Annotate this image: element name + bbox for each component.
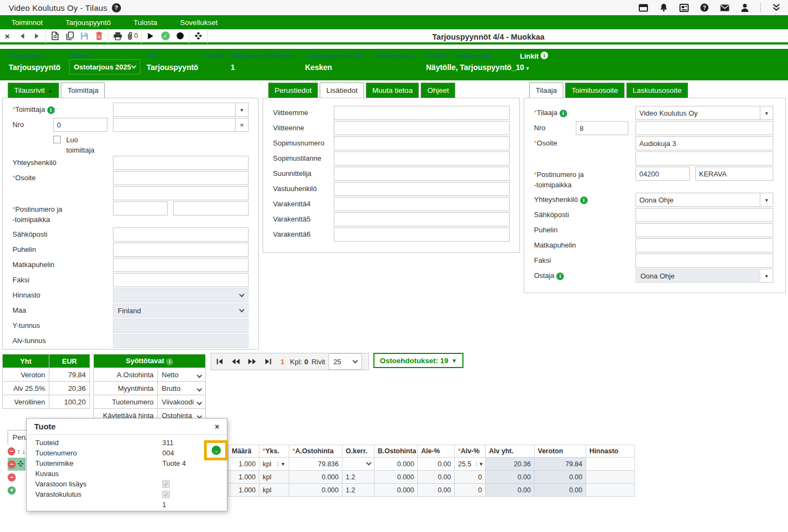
tab-tilausrivit[interactable]: Tilausrivit▲ bbox=[8, 83, 59, 98]
window-icon[interactable] bbox=[639, 4, 648, 12]
news-icon[interactable] bbox=[679, 4, 689, 12]
info-icon[interactable]: i bbox=[556, 273, 564, 280]
menu-sovellukset[interactable]: Sovellukset bbox=[169, 15, 229, 29]
info-icon[interactable]: i bbox=[541, 52, 548, 59]
customer-city-input[interactable] bbox=[695, 167, 773, 181]
supplier-zip-input[interactable] bbox=[113, 201, 168, 216]
tab-tilaaja[interactable]: Tilaaja bbox=[529, 83, 563, 98]
customer-phone-input[interactable] bbox=[636, 223, 773, 237]
col-header-hinnasto[interactable]: Hinnasto bbox=[586, 445, 635, 458]
delete-icon[interactable] bbox=[92, 28, 106, 43]
cell-a-ostohinta[interactable]: 0.000 bbox=[289, 471, 342, 484]
customer-zip-input[interactable] bbox=[636, 167, 690, 181]
info-icon[interactable]: i bbox=[580, 197, 588, 204]
col-header-alv-yht[interactable]: Alv yht. bbox=[486, 445, 535, 458]
fast-prev-icon[interactable] bbox=[227, 358, 244, 365]
supplier-address2-input[interactable] bbox=[113, 186, 249, 200]
suunnittelija-input[interactable] bbox=[334, 167, 510, 181]
supplier-name-input[interactable] bbox=[113, 118, 236, 132]
record-icon[interactable] bbox=[173, 28, 187, 43]
info-icon[interactable]: i bbox=[47, 106, 55, 114]
add-row-icon[interactable]: + bbox=[8, 486, 16, 495]
collapse-all-icon[interactable] bbox=[772, 4, 780, 11]
ok-icon[interactable]: ✓ bbox=[158, 28, 173, 43]
customer-mobile-input[interactable] bbox=[636, 238, 773, 252]
col-header-veroton[interactable]: Veroton bbox=[535, 445, 586, 458]
print-icon[interactable] bbox=[110, 28, 125, 43]
sopimusnumero-input[interactable] bbox=[334, 136, 510, 150]
first-page-icon[interactable] bbox=[211, 358, 227, 365]
supplier-contact-input[interactable] bbox=[113, 156, 249, 170]
close-icon[interactable]: × bbox=[0, 28, 15, 43]
info-icon[interactable]: i bbox=[166, 358, 173, 365]
table-row[interactable]: 1.000 kpl 0.000 1.2 0.000 0.00 0 0.00 0.… bbox=[228, 484, 635, 497]
cell-ale[interactable]: 0.00 bbox=[418, 458, 455, 471]
mode-select[interactable]: Viivakoodi bbox=[158, 395, 206, 409]
toimittaja-dropdown-button[interactable]: ▾ bbox=[236, 103, 249, 117]
col-header-ale[interactable]: Ale-% bbox=[418, 445, 455, 458]
caret-down-icon[interactable]: ▼ bbox=[278, 461, 285, 467]
attach-icon[interactable]: 0 bbox=[125, 28, 139, 43]
luo-toimittaja-checkbox[interactable] bbox=[53, 136, 61, 143]
tab-muuta-tietoa[interactable]: Muuta tietoa bbox=[366, 83, 419, 98]
customer-email-input[interactable] bbox=[636, 208, 773, 222]
cell-hinnasto[interactable] bbox=[586, 458, 635, 471]
customer-nro-input[interactable] bbox=[576, 121, 628, 135]
cell-yks[interactable]: kpl bbox=[259, 471, 289, 484]
go-icon[interactable]: → bbox=[212, 446, 221, 455]
cell-o-kerr[interactable] bbox=[342, 458, 374, 471]
sopimustilanne-input[interactable] bbox=[334, 151, 510, 166]
col-header-b-ostohinta[interactable]: B.Ostohinta bbox=[374, 445, 418, 458]
last-page-icon[interactable] bbox=[260, 358, 276, 365]
remove-row-icon[interactable]: − bbox=[8, 447, 15, 455]
cell-o-kerr[interactable]: 1.2 bbox=[342, 471, 374, 484]
supplier-email-input[interactable] bbox=[113, 227, 249, 242]
customer-fax-input[interactable] bbox=[636, 254, 773, 268]
tab-laskutusosoite[interactable]: Laskutusosoite bbox=[626, 83, 688, 98]
cell-o-kerr[interactable]: 1.2 bbox=[342, 484, 374, 497]
cell-a-ostohinta[interactable]: 79.836 bbox=[289, 458, 342, 471]
varakentta4-input[interactable] bbox=[334, 197, 510, 211]
cell-b-ostohinta[interactable]: 0.000 bbox=[374, 484, 418, 497]
hinnasto-select[interactable] bbox=[113, 288, 249, 302]
col-header-o-kerr[interactable]: O.kerr. bbox=[342, 445, 374, 458]
cell-alv[interactable]: 0 bbox=[455, 471, 486, 484]
clear-icon[interactable]: × bbox=[236, 118, 249, 132]
linkit-count[interactable]: 0 ▾ bbox=[520, 63, 529, 72]
mode-select[interactable]: Brutto bbox=[158, 382, 206, 395]
diamond-cluster-icon[interactable] bbox=[191, 28, 206, 43]
supplier-address-input[interactable] bbox=[113, 171, 249, 185]
tab-lisatiedot[interactable]: Lisätiedot bbox=[320, 83, 364, 98]
copy-icon[interactable] bbox=[62, 28, 77, 43]
cell-alv[interactable]: 0 bbox=[455, 484, 486, 497]
save-icon[interactable] bbox=[77, 28, 92, 43]
supplier-phone-input[interactable] bbox=[113, 243, 249, 257]
customer-name2-input[interactable] bbox=[636, 121, 773, 135]
remove-row-icon[interactable]: − bbox=[8, 473, 16, 482]
cell-hinnasto[interactable] bbox=[586, 471, 635, 484]
remove-row-icon[interactable]: − bbox=[8, 460, 16, 468]
current-page[interactable]: 1 bbox=[281, 358, 284, 366]
numero-select[interactable]: Ostotarjous 2025 bbox=[69, 59, 141, 74]
cell-maara[interactable]: 1.000 bbox=[228, 484, 259, 497]
help-icon[interactable]: ? bbox=[112, 3, 121, 12]
run-icon[interactable] bbox=[143, 28, 158, 43]
varakentta6-input[interactable] bbox=[334, 227, 510, 242]
toimittaja-input[interactable] bbox=[113, 103, 236, 117]
sort-up-icon[interactable]: ↑ bbox=[17, 447, 21, 455]
question-icon[interactable]: ? bbox=[700, 3, 709, 12]
cell-alv[interactable]: 25.5▼ bbox=[455, 458, 486, 471]
table-row[interactable]: 1.000 kpl 0.000 1.2 0.000 0.00 0 0.00 0.… bbox=[228, 471, 635, 484]
col-header-maara[interactable]: Määrä bbox=[228, 445, 259, 458]
ostaja-dropdown-button[interactable]: ▾ bbox=[760, 269, 773, 283]
caret-down-icon[interactable]: ▼ bbox=[476, 461, 484, 467]
col-header-yks[interactable]: *Yks. bbox=[259, 445, 289, 458]
customer-contact-input[interactable] bbox=[636, 193, 760, 207]
menu-tarjouspyynto[interactable]: Tarjouspyyntö bbox=[54, 15, 122, 29]
cell-hinnasto[interactable] bbox=[586, 484, 635, 497]
close-icon[interactable]: × bbox=[215, 422, 219, 431]
col-header-alv[interactable]: *Alv-% bbox=[455, 445, 486, 458]
bell-icon[interactable] bbox=[659, 3, 668, 12]
vastuuhenkilo-input[interactable] bbox=[334, 182, 510, 196]
tab-perustiedot[interactable]: Perustiedot bbox=[268, 83, 318, 98]
